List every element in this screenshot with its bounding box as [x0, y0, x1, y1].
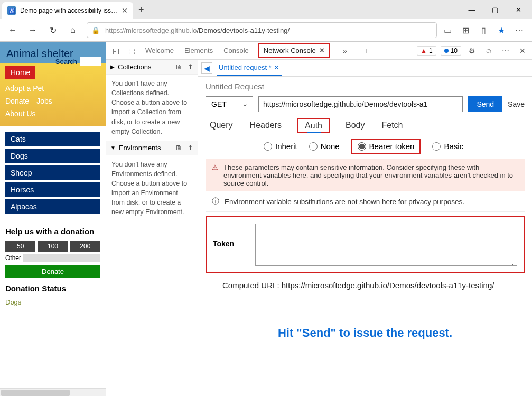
nav-about[interactable]: About Us — [5, 107, 100, 120]
reload-button[interactable]: ↻ — [43, 21, 62, 40]
address-bar: ← → ↻ ⌂ 🔒 https://microsoftedge.github.i… — [0, 19, 532, 41]
category-item[interactable]: Dogs — [5, 149, 100, 163]
feedback-icon[interactable]: ☺ — [482, 44, 495, 57]
info-banner: ⓘ Environment variable substitutions are… — [206, 191, 525, 212]
close-window-button[interactable]: ✕ — [507, 1, 530, 18]
tab-close-icon[interactable]: ✕ — [117, 6, 128, 15]
site-header: Animal shelter Search — [0, 42, 106, 63]
more-icon[interactable]: ⋯ — [513, 24, 526, 36]
file-icon[interactable]: 🗎 — [175, 63, 182, 71]
minimize-button[interactable]: — — [460, 1, 483, 18]
subtab-query[interactable]: Query — [209, 118, 234, 133]
chevron-down-icon: ▼ — [110, 145, 116, 151]
collections-header[interactable]: ▶ Collections 🗎 ↥ — [106, 60, 198, 75]
close-tab-icon[interactable]: ✕ — [319, 47, 325, 54]
favorite-icon[interactable]: ★ — [495, 24, 508, 36]
donate-button[interactable]: Donate — [5, 265, 100, 278]
subtab-headers[interactable]: Headers — [249, 118, 283, 133]
other-label: Other — [5, 254, 21, 262]
auth-none[interactable]: None — [309, 142, 340, 151]
request-tab[interactable]: Untitled request * ✕ — [217, 60, 282, 76]
back-arrow-icon[interactable]: ◀ — [201, 62, 212, 74]
auth-basic[interactable]: Basic — [432, 142, 463, 151]
browser-tab[interactable]: ♿ Demo page with accessibility iss… ✕ — [2, 2, 133, 19]
tab-welcome[interactable]: Welcome — [144, 43, 175, 58]
inspect-icon[interactable]: ◰ — [109, 44, 122, 57]
horizontal-scrollbar[interactable] — [0, 388, 106, 396]
favicon-icon: ♿ — [7, 6, 16, 15]
donation-amount[interactable]: 100 — [38, 241, 68, 252]
subtab-body[interactable]: Body — [344, 118, 366, 133]
category-item[interactable]: Alpacas — [5, 199, 100, 214]
donation-amount[interactable]: 200 — [70, 241, 100, 252]
back-button[interactable]: ← — [3, 21, 22, 40]
tab-console[interactable]: Console — [222, 43, 250, 58]
warning-icon: ⚠ — [212, 163, 218, 171]
send-button[interactable]: Send — [468, 96, 502, 112]
request-url-input[interactable] — [258, 96, 463, 112]
new-tab-button[interactable]: + — [133, 4, 150, 15]
request-title: Untitled Request — [206, 82, 525, 91]
search-input[interactable] — [80, 57, 101, 66]
donation-amount[interactable]: 50 — [5, 241, 35, 252]
chevron-right-icon: ▶ — [110, 64, 115, 70]
subtab-fetch[interactable]: Fetch — [380, 118, 404, 133]
environments-header[interactable]: ▼ Environments 🗎 ↥ — [106, 141, 198, 155]
add-tab-icon[interactable]: + — [360, 44, 372, 57]
nav-home[interactable]: Home — [5, 66, 35, 79]
file-icon[interactable]: 🗎 — [175, 144, 182, 152]
settings-icon[interactable]: ⚙ — [465, 44, 478, 57]
status-title: Donation Status — [5, 284, 100, 293]
nav-adopt[interactable]: Adopt a Pet — [5, 82, 100, 95]
url-host: https://microsoftedge.github.io — [105, 26, 197, 34]
warning-banner: ⚠ These parameters may contain sensitive… — [206, 159, 525, 191]
lock-icon: 🔒 — [91, 26, 100, 34]
close-devtools-icon[interactable]: ✕ — [516, 44, 529, 57]
url-path: /Demos/devtools-a11y-testing/ — [197, 26, 290, 34]
url-input[interactable]: 🔒 https://microsoftedge.github.io/Demos/… — [87, 22, 437, 38]
import-icon[interactable]: ↥ — [188, 63, 193, 71]
more-tabs-icon[interactable]: » — [339, 44, 351, 57]
window-controls: — ▢ ✕ — [460, 1, 530, 18]
device-icon[interactable]: ⬚ — [125, 44, 138, 57]
category-item[interactable]: Sheep — [5, 165, 100, 180]
token-textarea[interactable] — [255, 224, 517, 266]
search-label: Search — [55, 58, 77, 66]
reader-icon[interactable]: ▯ — [477, 24, 490, 36]
close-icon[interactable]: ✕ — [274, 63, 279, 71]
auth-inherit[interactable]: Inherit — [264, 142, 297, 151]
computed-url: Computed URL: https://microsoftedge.gith… — [206, 273, 525, 297]
other-input[interactable] — [23, 254, 100, 262]
token-label: Token — [213, 224, 245, 266]
screen-icon[interactable]: ▭ — [441, 24, 454, 36]
auth-bearer[interactable]: Bearer token — [351, 139, 421, 154]
help-title: Help us with a donation — [5, 227, 100, 236]
category-list: Cats Dogs Sheep Horses Alpacas — [0, 126, 106, 222]
collections-text: You don't have any Collections defined. … — [106, 75, 198, 141]
collections-sidebar: ▶ Collections 🗎 ↥ You don't have any Col… — [106, 60, 198, 396]
nav-donate[interactable]: Donate — [5, 95, 29, 107]
kebab-icon[interactable]: ⋯ — [499, 44, 512, 57]
info-badge[interactable]: 10 — [441, 46, 461, 56]
method-select[interactable]: GET — [206, 96, 253, 112]
save-button[interactable]: Save — [508, 100, 525, 108]
tab-elements[interactable]: Elements — [183, 43, 214, 58]
home-button[interactable]: ⌂ — [63, 21, 82, 40]
devtools-toolbar: ◰ ⬚ Welcome Elements Console Network Con… — [106, 42, 532, 60]
tab-network-console[interactable]: Network Console ✕ — [258, 43, 330, 58]
qr-icon[interactable]: ⊞ — [459, 24, 472, 36]
category-item[interactable]: Cats — [5, 132, 100, 146]
maximize-button[interactable]: ▢ — [483, 1, 507, 18]
status-item: Dogs — [5, 296, 100, 308]
site-panel: Animal shelter Search Home Adopt a Pet D… — [0, 42, 106, 396]
forward-button[interactable]: → — [23, 21, 42, 40]
network-console-main: ◀ Untitled request * ✕ Untitled Request … — [198, 60, 532, 396]
error-badge[interactable]: ▲1 — [417, 46, 436, 56]
environments-text: You don't have any Environments defined.… — [106, 155, 198, 222]
category-item[interactable]: Horses — [5, 182, 100, 197]
subtab-auth[interactable]: Auth — [297, 118, 330, 133]
info-icon: ⓘ — [212, 197, 219, 206]
nav-jobs[interactable]: Jobs — [36, 95, 52, 107]
request-subtabs: Query Headers Auth Body Fetch — [206, 118, 525, 133]
import-icon[interactable]: ↥ — [188, 144, 193, 152]
